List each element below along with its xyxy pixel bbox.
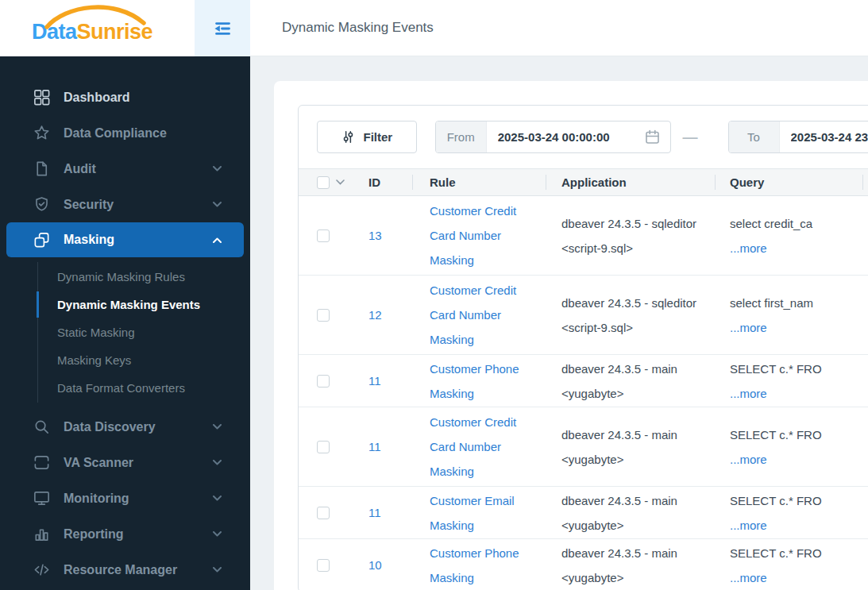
query-inner: select credit_ca...more — [730, 211, 812, 260]
rule-cell: Customer Credit Card Number Masking — [412, 276, 546, 354]
rule-link[interactable]: Customer Email Masking — [430, 488, 515, 538]
rule-link[interactable]: Customer Phone Masking — [430, 541, 519, 590]
sidebar-subitem-data-format-converters[interactable]: Data Format Converters — [38, 374, 250, 402]
application-text: dbeaver 24.3.5 - main <yugabyte> — [561, 541, 677, 590]
sidebar-item-resource-manager[interactable]: Resource Manager — [0, 552, 250, 588]
application-cell: dbeaver 24.3.5 - sqleditor <script-9.sql… — [546, 196, 715, 275]
rule-cell: Customer Phone Masking — [412, 539, 546, 590]
sidebar-item-dashboard[interactable]: Dashboard — [0, 79, 250, 115]
query-cell: select credit_ca...more — [715, 196, 862, 275]
date-from-input[interactable] — [487, 130, 644, 144]
event-id-cell: 11 — [362, 355, 412, 407]
filter-button[interactable]: Filter — [317, 121, 417, 153]
query-more-link[interactable]: ...more — [730, 565, 822, 590]
event-id-link[interactable]: 11 — [368, 506, 381, 519]
row-select-cell — [299, 407, 362, 486]
event-id-cell: 10 — [362, 539, 412, 590]
sidebar-item-label: Monitoring — [64, 492, 129, 506]
sidebar-item-security[interactable]: Security — [0, 187, 250, 222]
page-title: Dynamic Masking Events — [282, 20, 434, 36]
column-header-rule[interactable]: Rule — [412, 169, 546, 195]
rule-link[interactable]: Customer Credit Card Number Masking — [430, 278, 516, 352]
search-icon — [32, 418, 51, 437]
row-checkbox[interactable] — [317, 441, 330, 453]
rule-cell: Customer Credit Card Number Masking — [412, 196, 546, 275]
rule-link[interactable]: Customer Credit Card Number Masking — [430, 410, 516, 484]
table-row: 13Customer Credit Card Number Maskingdbe… — [299, 196, 868, 276]
row-select-cell — [299, 276, 362, 354]
row-checkbox[interactable] — [317, 559, 330, 572]
monitor-icon — [32, 489, 51, 508]
sidebar-item-reporting[interactable]: Reporting — [0, 516, 250, 552]
brand-logo[interactable]: DataSunrise — [0, 0, 195, 56]
application-text: dbeaver 24.3.5 - main <yugabyte> — [561, 357, 677, 406]
application-cell: dbeaver 24.3.5 - main <yugabyte> — [546, 487, 715, 538]
extra-cell — [862, 407, 868, 486]
content-card: Filter From — To — [274, 81, 868, 590]
sidebar-item-label: Audit — [64, 162, 96, 176]
date-from-label: From — [436, 121, 487, 152]
sidebar-item-label: Data Compliance — [64, 126, 167, 141]
sliders-icon — [341, 129, 356, 145]
query-more-link[interactable]: ...more — [730, 381, 822, 406]
sidebar-subitem-dynamic-masking-events[interactable]: Dynamic Masking Events — [38, 291, 250, 318]
sidebar-item-masking[interactable]: Masking — [6, 222, 244, 257]
row-checkbox[interactable] — [317, 309, 330, 322]
query-more-link[interactable]: ...more — [730, 236, 812, 260]
row-checkbox[interactable] — [317, 375, 330, 388]
row-checkbox[interactable] — [317, 229, 330, 242]
table-header: ID Rule Application Query — [299, 169, 868, 196]
event-id-link[interactable]: 10 — [368, 558, 382, 572]
sidebar-item-label: Masking — [64, 233, 114, 247]
sidebar-item-data-discovery[interactable]: Data Discovery — [0, 409, 250, 445]
event-id-link[interactable]: 13 — [368, 229, 382, 242]
sidebar-subitem-dynamic-masking-rules[interactable]: Dynamic Masking Rules — [38, 263, 250, 291]
sidebar-item-label: Data Discovery — [64, 420, 156, 434]
bar-chart-icon — [32, 525, 51, 544]
sidebar-item-va-scanner[interactable]: VA Scanner — [0, 445, 250, 480]
application-text: dbeaver 24.3.5 - sqleditor <script-9.sql… — [561, 291, 696, 340]
sidebar-item-label: Security — [64, 198, 114, 212]
rule-link[interactable]: Customer Credit Card Number Masking — [430, 199, 516, 272]
event-id-link[interactable]: 11 — [368, 374, 381, 388]
query-text: select credit_ca — [730, 211, 812, 236]
calendar-icon[interactable] — [644, 129, 661, 145]
sidebar-item-label: Reporting — [64, 527, 124, 542]
topbar: Dynamic Masking Events — [250, 0, 868, 56]
application-cell: dbeaver 24.3.5 - sqleditor <script-9.sql… — [546, 276, 715, 354]
query-inner: SELECT c.* FRO...more — [730, 357, 822, 406]
sidebar-item-audit[interactable]: Audit — [0, 151, 250, 187]
query-cell: SELECT c.* FRO...more — [715, 539, 862, 590]
extra-cell — [862, 196, 868, 275]
query-cell: SELECT c.* FRO...more — [715, 355, 862, 407]
sidebar-collapse-button[interactable] — [195, 0, 250, 56]
column-header-application[interactable]: Application — [546, 169, 715, 195]
column-header-query[interactable]: Query — [715, 169, 862, 195]
column-header-id[interactable]: ID — [362, 169, 412, 195]
event-id-cell: 12 — [362, 276, 412, 354]
sidebar-item-monitoring[interactable]: Monitoring — [0, 480, 250, 516]
query-inner: SELECT c.* FRO...more — [730, 488, 822, 538]
date-to-input[interactable] — [780, 130, 868, 144]
row-select-cell — [299, 355, 362, 407]
query-more-link[interactable]: ...more — [730, 315, 813, 340]
select-options-chevron-icon[interactable] — [336, 179, 345, 185]
extra-cell — [862, 355, 868, 407]
event-id-cell: 11 — [362, 487, 412, 538]
row-checkbox[interactable] — [317, 507, 330, 519]
event-id-link[interactable]: 11 — [368, 440, 381, 453]
sidebar-item-data-compliance[interactable]: Data Compliance — [0, 115, 250, 151]
select-all-checkbox[interactable] — [317, 176, 330, 189]
sidebar-subitem-label: Dynamic Masking Events — [57, 298, 200, 311]
sidebar-subitem-static-masking[interactable]: Static Masking — [38, 318, 250, 346]
query-more-link[interactable]: ...more — [730, 447, 822, 472]
sidebar-subitem-masking-keys[interactable]: Masking Keys — [38, 346, 250, 374]
event-id-link[interactable]: 12 — [368, 308, 382, 322]
main-content: Filter From — To — [250, 56, 868, 590]
query-more-link[interactable]: ...more — [730, 513, 822, 538]
query-inner: SELECT c.* FRO...more — [730, 541, 822, 590]
rule-link[interactable]: Customer Phone Masking — [430, 357, 519, 406]
application-text: dbeaver 24.3.5 - main <yugabyte> — [561, 488, 677, 538]
chevron-down-icon — [213, 202, 222, 207]
table-row: 12Customer Credit Card Number Maskingdbe… — [299, 276, 868, 355]
